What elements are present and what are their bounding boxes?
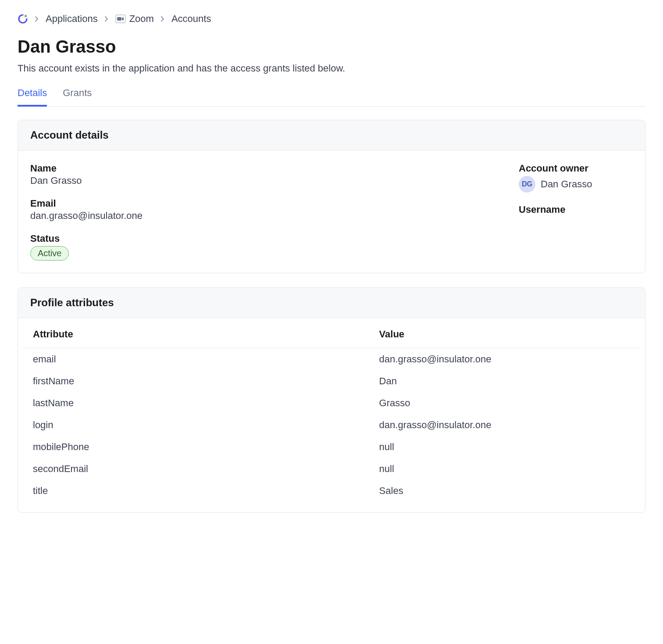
status-label: Status <box>30 233 484 244</box>
table-row: emaildan.grasso@insulator.one <box>22 348 641 371</box>
username-label: Username <box>519 204 633 215</box>
status-badge: Active <box>30 246 69 261</box>
attr-name: lastName <box>22 392 369 414</box>
breadcrumb-accounts[interactable]: Accounts <box>171 13 211 25</box>
breadcrumb-app-label: Zoom <box>129 13 154 25</box>
table-row: secondEmailnull <box>22 458 641 480</box>
table-row: firstNameDan <box>22 370 641 392</box>
attr-name: title <box>22 480 369 502</box>
attr-value: Dan <box>369 370 641 392</box>
owner-name: Dan Grasso <box>541 179 592 190</box>
attr-value: dan.grasso@insulator.one <box>369 348 641 371</box>
account-details-card: Account details Name Dan Grasso Email da… <box>18 120 645 273</box>
field-email: Email dan.grasso@insulator.one <box>30 198 484 222</box>
tab-details[interactable]: Details <box>18 87 47 107</box>
name-label: Name <box>30 163 484 174</box>
owner-label: Account owner <box>519 163 633 174</box>
attr-name: email <box>22 348 369 371</box>
col-value: Value <box>369 322 641 348</box>
attr-name: secondEmail <box>22 458 369 480</box>
attr-value: Sales <box>369 480 641 502</box>
page-subtitle: This account exists in the application a… <box>18 63 645 74</box>
attr-name: login <box>22 414 369 436</box>
svg-rect-2 <box>117 17 121 21</box>
tabs: Details Grants <box>18 87 645 107</box>
breadcrumb-applications[interactable]: Applications <box>46 13 98 25</box>
table-row: logindan.grasso@insulator.one <box>22 414 641 436</box>
table-row: mobilePhonenull <box>22 436 641 458</box>
svg-rect-0 <box>25 15 27 17</box>
chevron-right-icon <box>160 14 165 24</box>
avatar: DG <box>519 176 535 193</box>
profile-attributes-header: Profile attributes <box>18 288 645 318</box>
home-logo-icon[interactable] <box>18 14 28 24</box>
attr-value: Grasso <box>369 392 641 414</box>
field-username: Username <box>519 204 633 216</box>
tab-grants[interactable]: Grants <box>63 87 92 107</box>
breadcrumb-app[interactable]: Zoom <box>115 13 154 25</box>
attr-value: dan.grasso@insulator.one <box>369 414 641 436</box>
attr-name: firstName <box>22 370 369 392</box>
col-attribute: Attribute <box>22 322 369 348</box>
name-value: Dan Grasso <box>30 175 484 186</box>
chevron-right-icon <box>34 14 39 24</box>
zoom-app-icon <box>115 14 126 24</box>
field-name: Name Dan Grasso <box>30 163 484 186</box>
account-details-header: Account details <box>18 120 645 150</box>
breadcrumb: Applications Zoom Accounts <box>18 13 645 25</box>
email-value: dan.grasso@insulator.one <box>30 210 484 222</box>
field-status: Status Active <box>30 233 484 261</box>
field-owner: Account owner DG Dan Grasso <box>519 163 633 193</box>
page-title: Dan Grasso <box>18 37 645 57</box>
attr-name: mobilePhone <box>22 436 369 458</box>
attr-value: null <box>369 458 641 480</box>
chevron-right-icon <box>104 14 109 24</box>
attributes-table: Attribute Value emaildan.grasso@insulato… <box>22 322 641 502</box>
table-row: lastNameGrasso <box>22 392 641 414</box>
attr-value: null <box>369 436 641 458</box>
email-label: Email <box>30 198 484 209</box>
profile-attributes-card: Profile attributes Attribute Value email… <box>18 287 645 513</box>
table-row: titleSales <box>22 480 641 502</box>
